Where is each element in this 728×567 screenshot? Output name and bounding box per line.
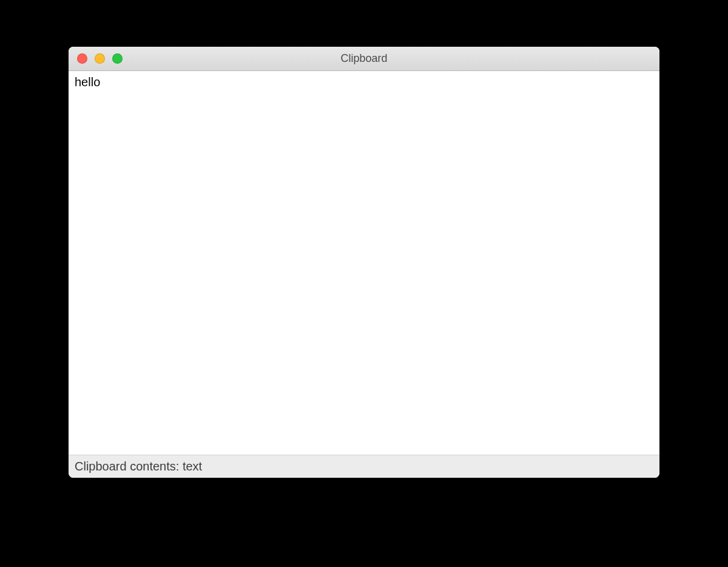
content-text: hello bbox=[75, 75, 100, 89]
traffic-lights bbox=[69, 53, 123, 64]
window-titlebar[interactable]: Clipboard bbox=[69, 47, 659, 71]
status-text: Clipboard contents: text bbox=[75, 460, 202, 474]
content-area[interactable]: hello bbox=[69, 71, 659, 455]
close-button[interactable] bbox=[77, 53, 87, 64]
application-window: Clipboard hello Clipboard contents: text bbox=[69, 47, 659, 478]
status-bar: Clipboard contents: text bbox=[69, 455, 659, 478]
minimize-button[interactable] bbox=[95, 53, 105, 64]
window-title: Clipboard bbox=[69, 52, 659, 65]
zoom-button[interactable] bbox=[112, 53, 123, 64]
